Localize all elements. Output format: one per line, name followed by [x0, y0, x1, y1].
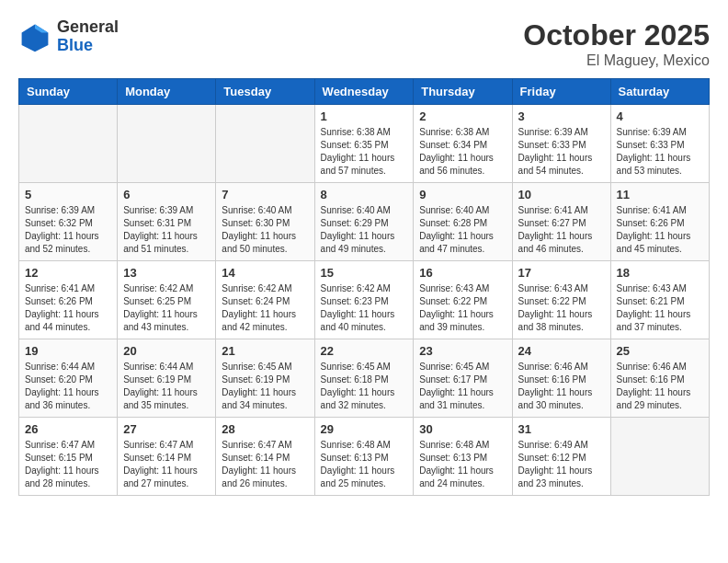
- calendar-cell: 29Sunrise: 6:48 AM Sunset: 6:13 PM Dayli…: [314, 418, 414, 496]
- calendar-cell: 8Sunrise: 6:40 AM Sunset: 6:29 PM Daylig…: [314, 183, 414, 261]
- calendar-cell: 22Sunrise: 6:45 AM Sunset: 6:18 PM Dayli…: [314, 339, 414, 418]
- day-info: Sunrise: 6:47 AM Sunset: 6:15 PM Dayligh…: [25, 439, 111, 490]
- calendar-cell: 26Sunrise: 6:47 AM Sunset: 6:15 PM Dayli…: [19, 418, 118, 496]
- day-info: Sunrise: 6:45 AM Sunset: 6:18 PM Dayligh…: [321, 361, 408, 412]
- day-number: 21: [222, 344, 308, 358]
- calendar-cell: 12Sunrise: 6:41 AM Sunset: 6:26 PM Dayli…: [19, 261, 118, 339]
- day-number: 26: [25, 422, 111, 436]
- day-info: Sunrise: 6:48 AM Sunset: 6:13 PM Dayligh…: [321, 439, 408, 490]
- day-number: 8: [321, 188, 408, 201]
- calendar-cell: 1Sunrise: 6:38 AM Sunset: 6:35 PM Daylig…: [314, 105, 414, 183]
- logo: General Blue: [18, 18, 119, 55]
- weekday-header: Thursday: [414, 79, 512, 105]
- calendar-cell: 16Sunrise: 6:43 AM Sunset: 6:22 PM Dayli…: [414, 261, 512, 339]
- calendar-cell: [610, 418, 709, 496]
- calendar-cell: 5Sunrise: 6:39 AM Sunset: 6:32 PM Daylig…: [19, 183, 118, 261]
- day-info: Sunrise: 6:43 AM Sunset: 6:22 PM Dayligh…: [518, 282, 605, 334]
- weekday-header: Wednesday: [314, 79, 414, 105]
- day-number: 11: [617, 188, 703, 201]
- weekday-header: Tuesday: [216, 79, 314, 105]
- day-number: 13: [123, 266, 210, 280]
- day-number: 16: [419, 266, 506, 280]
- calendar-cell: 18Sunrise: 6:43 AM Sunset: 6:21 PM Dayli…: [610, 261, 709, 339]
- calendar-cell: 27Sunrise: 6:47 AM Sunset: 6:14 PM Dayli…: [118, 418, 216, 496]
- calendar-cell: 20Sunrise: 6:44 AM Sunset: 6:19 PM Dayli…: [118, 339, 216, 418]
- day-number: 25: [617, 344, 703, 358]
- calendar-cell: 31Sunrise: 6:49 AM Sunset: 6:12 PM Dayli…: [512, 418, 610, 496]
- day-number: 23: [419, 344, 506, 358]
- day-number: 6: [123, 188, 210, 201]
- day-info: Sunrise: 6:42 AM Sunset: 6:25 PM Dayligh…: [123, 282, 210, 334]
- day-info: Sunrise: 6:45 AM Sunset: 6:19 PM Dayligh…: [222, 361, 308, 412]
- calendar-cell: 21Sunrise: 6:45 AM Sunset: 6:19 PM Dayli…: [216, 339, 314, 418]
- day-number: 22: [321, 344, 408, 358]
- day-number: 3: [518, 109, 605, 123]
- day-info: Sunrise: 6:44 AM Sunset: 6:20 PM Dayligh…: [25, 361, 111, 412]
- calendar-cell: 11Sunrise: 6:41 AM Sunset: 6:26 PM Dayli…: [610, 183, 709, 261]
- day-info: Sunrise: 6:41 AM Sunset: 6:26 PM Dayligh…: [617, 204, 703, 256]
- calendar-cell: 9Sunrise: 6:40 AM Sunset: 6:28 PM Daylig…: [414, 183, 512, 261]
- day-info: Sunrise: 6:46 AM Sunset: 6:16 PM Dayligh…: [518, 361, 605, 412]
- calendar-cell: 10Sunrise: 6:41 AM Sunset: 6:27 PM Dayli…: [512, 183, 610, 261]
- day-number: 24: [518, 344, 605, 358]
- day-info: Sunrise: 6:44 AM Sunset: 6:19 PM Dayligh…: [123, 361, 210, 412]
- calendar-week-row: 1Sunrise: 6:38 AM Sunset: 6:35 PM Daylig…: [19, 105, 710, 183]
- calendar-cell: 23Sunrise: 6:45 AM Sunset: 6:17 PM Dayli…: [414, 339, 512, 418]
- day-number: 12: [25, 266, 111, 280]
- day-info: Sunrise: 6:47 AM Sunset: 6:14 PM Dayligh…: [222, 439, 308, 490]
- calendar-cell: 24Sunrise: 6:46 AM Sunset: 6:16 PM Dayli…: [512, 339, 610, 418]
- calendar-week-row: 19Sunrise: 6:44 AM Sunset: 6:20 PM Dayli…: [19, 339, 710, 418]
- day-info: Sunrise: 6:43 AM Sunset: 6:21 PM Dayligh…: [617, 282, 703, 334]
- day-info: Sunrise: 6:39 AM Sunset: 6:32 PM Dayligh…: [25, 204, 111, 256]
- day-number: 10: [518, 188, 605, 201]
- day-info: Sunrise: 6:39 AM Sunset: 6:33 PM Dayligh…: [518, 126, 605, 178]
- day-info: Sunrise: 6:49 AM Sunset: 6:12 PM Dayligh…: [518, 439, 605, 490]
- logo-icon: [18, 20, 51, 53]
- calendar-header-row: SundayMondayTuesdayWednesdayThursdayFrid…: [19, 79, 710, 105]
- calendar-cell: 3Sunrise: 6:39 AM Sunset: 6:33 PM Daylig…: [512, 105, 610, 183]
- calendar-cell: [19, 105, 118, 183]
- day-info: Sunrise: 6:40 AM Sunset: 6:30 PM Dayligh…: [222, 204, 308, 256]
- day-number: 19: [25, 344, 111, 358]
- day-info: Sunrise: 6:43 AM Sunset: 6:22 PM Dayligh…: [419, 282, 506, 334]
- calendar-cell: 25Sunrise: 6:46 AM Sunset: 6:16 PM Dayli…: [610, 339, 709, 418]
- calendar-cell: 6Sunrise: 6:39 AM Sunset: 6:31 PM Daylig…: [118, 183, 216, 261]
- calendar-cell: 7Sunrise: 6:40 AM Sunset: 6:30 PM Daylig…: [216, 183, 314, 261]
- weekday-header: Sunday: [19, 79, 118, 105]
- logo-text: General Blue: [57, 18, 119, 55]
- day-info: Sunrise: 6:45 AM Sunset: 6:17 PM Dayligh…: [419, 361, 506, 412]
- day-number: 29: [321, 422, 408, 436]
- calendar: SundayMondayTuesdayWednesdayThursdayFrid…: [18, 78, 710, 496]
- weekday-header: Saturday: [610, 79, 709, 105]
- day-info: Sunrise: 6:48 AM Sunset: 6:13 PM Dayligh…: [419, 439, 506, 490]
- calendar-cell: 28Sunrise: 6:47 AM Sunset: 6:14 PM Dayli…: [216, 418, 314, 496]
- day-number: 20: [123, 344, 210, 358]
- day-info: Sunrise: 6:41 AM Sunset: 6:27 PM Dayligh…: [518, 204, 605, 256]
- calendar-week-row: 5Sunrise: 6:39 AM Sunset: 6:32 PM Daylig…: [19, 183, 710, 261]
- calendar-cell: [216, 105, 314, 183]
- calendar-week-row: 26Sunrise: 6:47 AM Sunset: 6:15 PM Dayli…: [19, 418, 710, 496]
- day-number: 14: [222, 266, 308, 280]
- day-info: Sunrise: 6:42 AM Sunset: 6:23 PM Dayligh…: [321, 282, 408, 334]
- month-title: October 2025: [523, 18, 710, 52]
- day-number: 2: [419, 109, 506, 123]
- calendar-week-row: 12Sunrise: 6:41 AM Sunset: 6:26 PM Dayli…: [19, 261, 710, 339]
- title-block: October 2025 El Maguey, Mexico: [523, 18, 710, 69]
- day-info: Sunrise: 6:39 AM Sunset: 6:33 PM Dayligh…: [617, 126, 703, 178]
- calendar-cell: 4Sunrise: 6:39 AM Sunset: 6:33 PM Daylig…: [610, 105, 709, 183]
- day-number: 18: [617, 266, 703, 280]
- page-header: General Blue October 2025 El Maguey, Mex…: [18, 18, 710, 69]
- day-info: Sunrise: 6:38 AM Sunset: 6:34 PM Dayligh…: [419, 126, 506, 178]
- day-info: Sunrise: 6:46 AM Sunset: 6:16 PM Dayligh…: [617, 361, 703, 412]
- day-number: 5: [25, 188, 111, 201]
- day-number: 4: [617, 109, 703, 123]
- calendar-cell: 17Sunrise: 6:43 AM Sunset: 6:22 PM Dayli…: [512, 261, 610, 339]
- day-info: Sunrise: 6:41 AM Sunset: 6:26 PM Dayligh…: [25, 282, 111, 334]
- day-info: Sunrise: 6:47 AM Sunset: 6:14 PM Dayligh…: [123, 439, 210, 490]
- location: El Maguey, Mexico: [523, 52, 710, 69]
- day-number: 7: [222, 188, 308, 201]
- day-number: 27: [123, 422, 210, 436]
- calendar-cell: 30Sunrise: 6:48 AM Sunset: 6:13 PM Dayli…: [414, 418, 512, 496]
- day-number: 9: [419, 188, 506, 201]
- day-info: Sunrise: 6:38 AM Sunset: 6:35 PM Dayligh…: [321, 126, 408, 178]
